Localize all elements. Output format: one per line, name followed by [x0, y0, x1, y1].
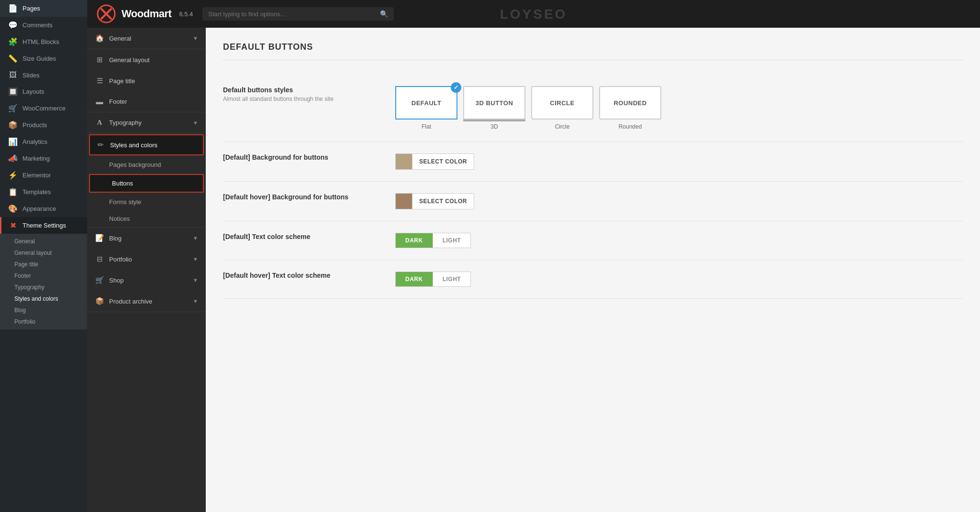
html-blocks-label: HTML Blocks: [22, 38, 80, 45]
hover-text-color-light-btn[interactable]: LIGHT: [433, 272, 471, 286]
layouts-icon: 🔲: [8, 87, 18, 96]
nav-subitem-pages-background[interactable]: Pages background: [87, 156, 206, 173]
settings-label-text-color: [Default] Text color scheme: [223, 233, 376, 242]
subnav-portfolio[interactable]: Portfolio: [0, 316, 87, 327]
sidebar-item-analytics[interactable]: 📊 Analytics: [0, 133, 87, 150]
appearance-label: Appearance: [22, 205, 80, 212]
search-input[interactable]: [208, 11, 376, 18]
hover-bg-swatch[interactable]: [395, 193, 412, 209]
sidebar-item-marketing[interactable]: 📣 Marketing: [0, 150, 87, 167]
hover-bg-color-selector[interactable]: SELECT COLOR: [395, 193, 474, 209]
text-color-control: DARK LIGHT: [395, 233, 963, 248]
wp-admin-sidebar: 📄 Pages 💬 Comments 🧩 HTML Blocks 📏 Size …: [0, 0, 87, 512]
hover-bg-control: SELECT COLOR: [395, 193, 963, 209]
nav-item-blog[interactable]: 📝 Blog ▼: [87, 228, 206, 249]
sidebar-item-pages[interactable]: 📄 Pages: [0, 0, 87, 17]
settings-row-hover-bg: [Default hover] Background for buttons S…: [223, 182, 963, 221]
btn-style-box-3d[interactable]: 3D BUTTON: [463, 86, 525, 120]
comments-label: Comments: [22, 22, 80, 29]
nav-item-page-title[interactable]: ☰ Page title: [87, 70, 206, 91]
subnav-styles-and-colors[interactable]: Styles and colors: [0, 293, 87, 305]
sidebar-item-slides[interactable]: 🖼 Slides: [0, 67, 87, 83]
btn-style-option-rounded[interactable]: ROUNDED Rounded: [599, 86, 661, 130]
brand-name: Woodmart: [122, 8, 171, 20]
text-color-dark-btn[interactable]: DARK: [396, 233, 433, 248]
sidebar-item-size-guides[interactable]: 📏 Size Guides: [0, 50, 87, 67]
nav-item-typography[interactable]: A Typography ▼: [87, 112, 206, 133]
sidebar-item-appearance[interactable]: 🎨 Appearance: [0, 200, 87, 217]
nav-subitem-notices[interactable]: Notices: [87, 210, 206, 227]
btn-style-option-3d[interactable]: 3D BUTTON 3D: [463, 86, 525, 130]
nav-item-product-archive[interactable]: 📦 Product archive ▼: [87, 291, 206, 312]
nav-styles-label: Styles and colors: [110, 142, 157, 149]
btn-style-box-circle[interactable]: CIRCLE: [531, 86, 593, 120]
btn-styles-desc: Almost all standard buttons through the …: [223, 96, 376, 102]
sidebar-item-theme-settings[interactable]: ✖ Theme Settings: [0, 217, 87, 234]
footer-icon: ▬: [95, 98, 104, 106]
default-bg-color-selector[interactable]: SELECT COLOR: [395, 153, 474, 170]
sidebar-item-layouts[interactable]: 🔲 Layouts: [0, 83, 87, 100]
subnav-page-title[interactable]: Page title: [0, 259, 87, 270]
btn-style-box-default[interactable]: ✓ DEFAULT: [395, 86, 457, 120]
settings-row-hover-text-color: [Default hover] Text color scheme DARK L…: [223, 260, 963, 299]
text-color-light-btn[interactable]: LIGHT: [433, 233, 471, 248]
comments-icon: 💬: [8, 21, 18, 30]
subnav-general-layout[interactable]: General layout: [0, 247, 87, 259]
nav-item-portfolio[interactable]: ⊟ Portfolio ▼: [87, 249, 206, 270]
nav-general-layout-label: General layout: [109, 56, 150, 64]
sidebar-item-comments[interactable]: 💬 Comments: [0, 17, 87, 33]
default-bg-select-btn[interactable]: SELECT COLOR: [412, 153, 474, 170]
analytics-label: Analytics: [22, 138, 80, 145]
slides-icon: 🖼: [8, 71, 18, 79]
layouts-label: Layouts: [22, 88, 80, 95]
nav-section-general: 🏠 General ▼: [87, 28, 206, 49]
hover-text-color-heading: [Default hover] Text color scheme: [223, 272, 376, 279]
hover-bg-select-btn[interactable]: SELECT COLOR: [412, 193, 474, 209]
search-bar[interactable]: 🔍: [202, 7, 394, 21]
woocommerce-label: WooCommerce: [22, 105, 80, 112]
nav-footer-label: Footer: [109, 98, 127, 105]
nav-item-general[interactable]: 🏠 General ▼: [87, 28, 206, 49]
nav-subitem-forms-style[interactable]: Forms style: [87, 194, 206, 210]
nav-item-shop[interactable]: 🛒 Shop ▼: [87, 270, 206, 291]
hover-text-color-toggle-group: DARK LIGHT: [395, 272, 471, 287]
portfolio-icon: ⊟: [95, 255, 104, 263]
sidebar-item-elementor[interactable]: ⚡ Elementor: [0, 167, 87, 184]
hover-bg-heading: [Default hover] Background for buttons: [223, 193, 376, 201]
grid-icon: ⊞: [95, 55, 104, 64]
version-badge: 6.5.4: [179, 11, 193, 18]
subnav-blog[interactable]: Blog: [0, 305, 87, 316]
chevron-right-icon: ▼: [193, 277, 198, 283]
blog-icon: 📝: [95, 234, 104, 242]
btn-style-option-circle[interactable]: CIRCLE Circle: [531, 86, 593, 130]
nav-item-styles-and-colors[interactable]: ✏ Styles and colors: [89, 134, 204, 155]
text-color-heading: [Default] Text color scheme: [223, 233, 376, 240]
search-icon: 🔍: [380, 10, 388, 18]
subnav-typography[interactable]: Typography: [0, 282, 87, 293]
sidebar-item-templates[interactable]: 📋 Templates: [0, 184, 87, 200]
subnav-footer[interactable]: Footer: [0, 270, 87, 282]
btn-style-option-default[interactable]: ✓ DEFAULT Flat: [395, 86, 457, 130]
nav-item-general-layout[interactable]: ⊞ General layout: [87, 49, 206, 70]
subnav-general[interactable]: General: [0, 236, 87, 247]
chevron-down-icon: ▼: [193, 35, 198, 41]
templates-icon: 📋: [8, 187, 18, 196]
default-bg-swatch[interactable]: [395, 153, 412, 170]
sidebar-item-products[interactable]: 📦 Products: [0, 117, 87, 133]
hover-text-color-dark-btn[interactable]: DARK: [396, 272, 433, 286]
btn-style-circle-label: CIRCLE: [550, 99, 574, 107]
nav-subitem-buttons[interactable]: Buttons: [89, 174, 204, 193]
settings-label-btn-styles: Default buttons styles Almost all standa…: [223, 86, 376, 102]
btn-style-flat-caption: Flat: [422, 123, 431, 130]
elementor-icon: ⚡: [8, 171, 18, 180]
nav-portfolio-label: Portfolio: [109, 256, 132, 263]
sidebar-item-woocommerce[interactable]: 🛒 WooCommerce: [0, 100, 87, 117]
btn-style-box-rounded[interactable]: ROUNDED: [599, 86, 661, 120]
pages-icon: 📄: [8, 4, 18, 13]
woocommerce-icon: 🛒: [8, 104, 18, 113]
nav-item-footer[interactable]: ▬ Footer: [87, 91, 206, 112]
page-title-icon: ☰: [95, 76, 104, 85]
sidebar-item-html-blocks[interactable]: 🧩 HTML Blocks: [0, 33, 87, 50]
slides-label: Slides: [22, 72, 80, 79]
size-guides-icon: 📏: [8, 54, 18, 63]
